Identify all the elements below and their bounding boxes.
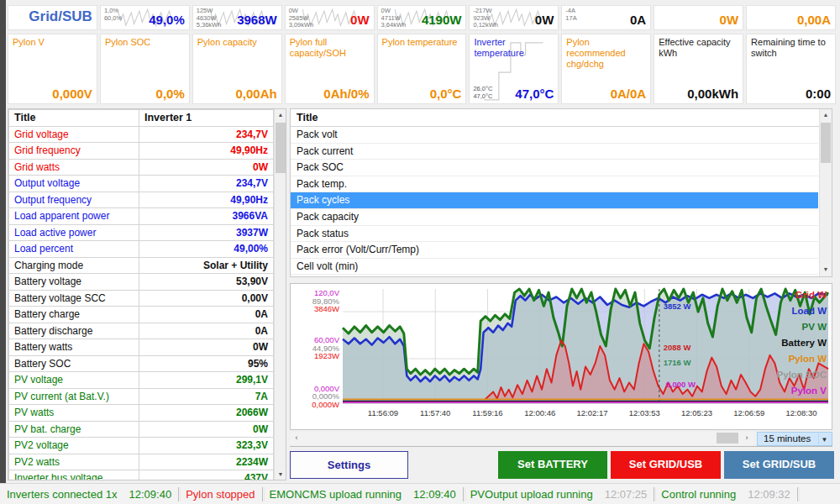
chart-canvas[interactable]: 120,0V89,80%3846W60,00V44,90%1923W0,000V… [291, 284, 832, 429]
table-row[interactable]: Battery SOC95% [9, 355, 274, 372]
row-value: 234,7V [139, 176, 274, 192]
status-label: EMONCMS upload running [270, 488, 402, 501]
table-row[interactable]: Battery watts0W [9, 339, 274, 356]
table-row[interactable]: Battery voltage SCC0,00V [9, 290, 274, 307]
list-item-pack-cycles[interactable]: Pack cycles [291, 192, 818, 209]
scroll-up-icon[interactable]: ▲ [275, 109, 286, 122]
status-item: Inverters connected 1x12:09:40 [7, 488, 171, 501]
row-value: 95% [139, 355, 274, 372]
row-title: Battery SOC [9, 355, 139, 372]
table-row[interactable]: PV2 voltage323,3V [9, 438, 274, 454]
scrollbar-thumb[interactable] [276, 123, 286, 173]
table-row[interactable]: Load active power3937W [9, 224, 274, 241]
power-history-chart[interactable]: 120,0V89,80%3846W60,00V44,90%1923W0,000V… [290, 283, 832, 430]
tile-value: 0A/0A [611, 87, 647, 101]
row-title: PV current (at Bat.V.) [9, 388, 139, 405]
row-title: Battery voltage SCC [9, 290, 139, 307]
list-item-pack-error-volt-curr-temp[interactable]: Pack error (Volt/Curr/Temp) [291, 242, 818, 259]
metric-tile-pylon-recommended: Pylon recommended chg/dchg0A/0A [561, 34, 651, 104]
table-row[interactable]: Output frequency49,90Hz [9, 192, 274, 208]
table-row[interactable]: Charging modeSolar + Utility [9, 257, 274, 274]
row-title: PV bat. charge [9, 421, 139, 438]
table-row[interactable]: Battery charge0A [9, 307, 274, 323]
settings-button[interactable]: Settings [290, 451, 408, 479]
list-item-pack-current[interactable]: Pack current [291, 144, 818, 160]
svg-text:Pylon SOC: Pylon SOC [777, 370, 827, 380]
set-grid-sub-button[interactable]: Set GRID/SUB [724, 451, 834, 479]
table-row[interactable]: PV watts2066W [9, 405, 274, 422]
list-item-pack-temp[interactable]: Pack temp. [291, 176, 818, 193]
scrollbar-thumb[interactable] [821, 123, 831, 163]
row-title: Output frequency [9, 192, 139, 208]
row-title: Load active power [9, 224, 139, 241]
table-row[interactable]: Load apparent power3966VA [9, 208, 274, 225]
inverter-table-scrollbar[interactable]: ▲ ▼ [274, 109, 286, 480]
list-item-pack-volt[interactable]: Pack volt [291, 127, 818, 144]
table-row[interactable]: PV voltage299,1V [9, 372, 274, 389]
list-item-cell-volt-min[interactable]: Cell volt (min) [291, 259, 818, 276]
scroll-down-icon[interactable]: ▼ [275, 469, 286, 480]
chart-horizontal-scrollbar[interactable]: ‹ › [290, 432, 753, 445]
list-item-pack-capacity[interactable]: Pack capacity [291, 209, 818, 226]
status-label: Pylon stopped [186, 488, 255, 501]
row-title: Battery charge [9, 307, 139, 323]
status-item: EMONCMS upload running12:09:40 [270, 488, 456, 501]
row-title: PV2 watts [9, 454, 139, 470]
scroll-left-icon[interactable]: ‹ [290, 432, 303, 445]
table-row[interactable]: Load percent49,00% [9, 241, 274, 258]
table-row[interactable]: Battery discharge0A [9, 323, 274, 339]
metric-tile-remaining-time: Remaining time to switch0:00 [746, 34, 836, 104]
table-row[interactable]: Grid frequency49,90Hz [9, 143, 274, 160]
chevron-down-icon[interactable]: ▼ [818, 433, 830, 444]
status-time: 12:09:40 [413, 488, 456, 501]
tile-value: 0:00 [806, 87, 831, 101]
tile-minmax-text: 0W2585W3,09kWh [289, 8, 314, 29]
metric-tile-load-watts: 125W4630W5,36kWh3968W [192, 5, 282, 30]
pack-list-scrollbar[interactable]: ▲ ▼ [819, 109, 832, 276]
set-grid-usb-button[interactable]: Set GRID/USB [611, 451, 721, 479]
row-value: 3937W [139, 224, 274, 241]
scroll-down-icon[interactable]: ▼ [820, 264, 832, 276]
table-row[interactable]: PV bat. charge0W [9, 421, 274, 438]
table-row[interactable]: Inverter bus voltage437V [9, 470, 274, 481]
inverter-table-header-title: Title [9, 110, 139, 127]
table-row[interactable]: PV current (at Bat.V.)7A [9, 388, 274, 405]
status-item: Pylon stopped [186, 488, 255, 501]
time-range-select[interactable]: 15 minutes ▼ [757, 432, 832, 446]
metric-tile-battery-current: -4A17A0A [561, 5, 651, 30]
metric-tile-battery-watts: -217W923W0,12kWh0W [469, 5, 559, 30]
set-battery-button[interactable]: Set BATTERY [498, 451, 607, 479]
metric-tile-load-percent: 1,0%60,0%49,0% [100, 5, 190, 30]
svg-text:12:06:59: 12:06:59 [733, 408, 764, 417]
tile-label: Effective capacity kWh [659, 37, 743, 59]
svg-text:Load W: Load W [791, 306, 827, 316]
scroll-right-icon[interactable]: › [740, 432, 753, 445]
status-time: 12:09:32 [748, 488, 790, 501]
list-item-pack-soc[interactable]: Pack SOC [291, 160, 818, 176]
row-value: 0W [139, 339, 274, 356]
metric-tile-pylon-v: Pylon V0,000V [8, 34, 97, 104]
table-row[interactable]: Grid voltage234,7V [9, 126, 274, 143]
svg-text:12:02:17: 12:02:17 [577, 408, 608, 417]
status-time: 12:09:40 [129, 488, 172, 501]
scrollbar-thumb[interactable] [717, 433, 738, 444]
metric-tile-pylon-capacity: Pylon capacity0,00Ah [192, 34, 282, 104]
table-row[interactable]: PV2 watts2234W [9, 454, 274, 470]
row-title: Load percent [9, 241, 139, 258]
list-item-pack-status[interactable]: Pack status [291, 226, 818, 243]
row-title: Battery discharge [9, 323, 139, 339]
status-label: Control running [661, 488, 736, 501]
scroll-up-icon[interactable]: ▲ [820, 109, 832, 122]
table-row[interactable]: Battery voltage53,90V [9, 274, 274, 291]
tile-minmax-text: 0W4711W3,64kWh [381, 8, 407, 29]
table-row[interactable]: Grid watts0W [9, 159, 274, 176]
tile-minmax-text: 125W4630W5,36kWh [197, 8, 222, 29]
tile-label: Inverter temperature [474, 37, 558, 59]
row-value: 0W [139, 421, 274, 438]
tile-value: 0W [350, 13, 370, 27]
table-row[interactable]: Output voltage234,7V [9, 176, 274, 192]
svg-text:11:56:09: 11:56:09 [368, 408, 398, 417]
row-value: 323,3V [139, 438, 274, 454]
pack-parameter-list: Title Pack voltPack currentPack SOCPack … [290, 108, 832, 277]
chart-scroll-row: ‹ › 15 minutes ▼ [290, 432, 832, 447]
